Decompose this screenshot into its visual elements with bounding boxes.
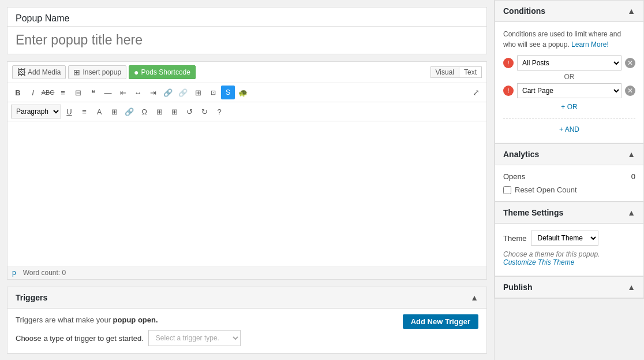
main-content-area: Popup Name 🖼 Add Media ⊞ Insert popup ● … xyxy=(0,0,494,360)
analytics-collapse-arrow: ▲ xyxy=(627,150,635,159)
popup-name-label: Popup Name xyxy=(8,8,486,26)
condition-select-1[interactable]: All Posts xyxy=(517,55,621,70)
publish-title: Publish xyxy=(503,283,533,292)
publish-panel-header[interactable]: Publish ▲ xyxy=(495,277,643,298)
justify-icon[interactable]: ≡ xyxy=(77,105,91,118)
style-icon[interactable]: S xyxy=(221,86,235,99)
condition-select-2[interactable]: Cart Page xyxy=(517,83,621,98)
redo-icon[interactable]: ↻ xyxy=(197,105,211,118)
conditions-panel-header[interactable]: Conditions ▲ xyxy=(495,1,643,22)
publish-panel: Publish ▲ xyxy=(495,276,644,299)
plus-or-button[interactable]: + OR xyxy=(503,101,635,113)
condition-remove-2[interactable]: ✕ xyxy=(625,86,635,96)
analytics-panel: Analytics ▲ Opens 0 Reset Open Count xyxy=(495,143,644,202)
condition-icon-2: ! xyxy=(503,86,514,96)
plus-and-button[interactable]: + AND xyxy=(503,123,635,136)
triggers-section-header[interactable]: Triggers ▲ xyxy=(8,287,486,309)
fullscreen-icon[interactable]: ⊡ xyxy=(206,86,220,99)
bold-icon[interactable]: B xyxy=(11,86,25,99)
theme-settings-body: Theme Default ThemeCustom Theme Choose a… xyxy=(495,224,643,276)
theme-row: Theme Default ThemeCustom Theme xyxy=(503,231,635,246)
align-right-icon[interactable]: ⇥ xyxy=(146,86,160,99)
insert-popup-button[interactable]: ⊞ Insert popup xyxy=(68,65,126,79)
editor-toolbar-row2: Paragraph Heading 1 Heading 2 Heading 3 … xyxy=(8,102,486,121)
insert-popup-icon: ⊞ xyxy=(73,68,80,77)
theme-select[interactable]: Default ThemeCustom Theme xyxy=(531,231,598,246)
text-tab[interactable]: Text xyxy=(459,67,481,77)
undo-icon[interactable]: ↺ xyxy=(182,105,196,118)
bullet-list-icon[interactable]: ≡ xyxy=(56,86,70,99)
conditions-panel-body: Conditions are used to limit where and w… xyxy=(495,22,643,143)
extra-icon[interactable]: 🐢 xyxy=(236,86,250,99)
font-color-icon[interactable]: A xyxy=(92,105,106,118)
right-sidebar: Conditions ▲ Conditions are used to limi… xyxy=(494,0,644,360)
triggers-section: Triggers ▲ Triggers are what make your p… xyxy=(7,287,487,354)
theme-settings-title: Theme Settings xyxy=(503,208,563,217)
triggers-title: Triggers xyxy=(16,293,47,302)
popup-name-section: Popup Name xyxy=(7,7,487,54)
or-label: OR xyxy=(503,73,635,81)
condition-row-1: ! All Posts ✕ xyxy=(503,55,635,70)
visual-tab[interactable]: Visual xyxy=(431,67,459,77)
special-chars-icon[interactable]: Ω xyxy=(137,105,151,118)
editor-container: 🖼 Add Media ⊞ Insert popup ● Pods Shortc… xyxy=(7,61,487,280)
conditions-description: Conditions are used to limit where and w… xyxy=(503,29,635,50)
editor-body[interactable] xyxy=(8,121,486,266)
visual-text-tabs: Visual Text xyxy=(430,66,482,78)
condition-icon-1: ! xyxy=(503,58,514,68)
expand-icon[interactable]: ⤢ xyxy=(469,86,483,99)
help-icon[interactable]: ? xyxy=(212,105,226,118)
analytics-opens-row: Opens 0 xyxy=(503,172,635,181)
condition-row-2: ! Cart Page ✕ xyxy=(503,83,635,98)
trigger-help-text: Choose a type of trigger to get started. xyxy=(16,334,144,343)
opens-label: Opens xyxy=(503,172,525,181)
customize-theme-link[interactable]: Customize This Theme xyxy=(503,258,574,266)
add-media-button[interactable]: 🖼 Add Media xyxy=(12,65,66,79)
add-new-trigger-button[interactable]: Add New Trigger xyxy=(403,314,478,329)
theme-settings-panel-header[interactable]: Theme Settings ▲ xyxy=(495,202,643,224)
theme-label: Theme xyxy=(503,234,526,243)
editor-tag-indicator: p xyxy=(12,269,16,277)
conditions-learn-more-link[interactable]: Learn More! xyxy=(571,40,609,49)
triggers-description: Triggers are what make your popup open. … xyxy=(16,316,478,324)
triggers-body: Triggers are what make your popup open. … xyxy=(8,309,486,353)
align-center-icon[interactable]: ↔ xyxy=(131,86,145,99)
conditions-panel: Conditions ▲ Conditions are used to limi… xyxy=(495,0,644,143)
analytics-title: Analytics xyxy=(503,150,539,159)
publish-collapse-arrow: ▲ xyxy=(627,283,635,292)
analytics-panel-header[interactable]: Analytics ▲ xyxy=(495,144,643,165)
pods-icon: ● xyxy=(134,68,138,77)
theme-settings-panel: Theme Settings ▲ Theme Default ThemeCust… xyxy=(495,202,644,276)
conditions-title: Conditions xyxy=(503,6,545,16)
indent-icon[interactable]: ⊞ xyxy=(152,105,166,118)
reset-open-count-checkbox[interactable] xyxy=(503,186,511,194)
media-icon: 🖼 xyxy=(17,68,25,77)
paragraph-format-select[interactable]: Paragraph Heading 1 Heading 2 Heading 3 xyxy=(11,105,61,118)
condition-remove-1[interactable]: ✕ xyxy=(625,58,635,68)
strikethrough-icon[interactable]: ABC xyxy=(41,86,55,99)
editor-toolbar-row1: B I ABC ≡ ⊟ ❝ — ⇤ ↔ ⇥ 🔗 🔗 ⊞ ⊡ S 🐢 ⤢ xyxy=(8,83,486,102)
trigger-type-select[interactable]: Select a trigger type. xyxy=(148,330,241,346)
reset-open-count-row: Reset Open Count xyxy=(503,185,635,194)
insert-table-icon[interactable]: ⊞ xyxy=(191,86,205,99)
word-count-label: Word count: 0 xyxy=(23,269,66,277)
horizontal-rule-icon[interactable]: — xyxy=(101,86,115,99)
triggers-type-row: Choose a type of trigger to get started.… xyxy=(16,330,478,346)
blockquote-icon[interactable]: ❝ xyxy=(86,86,100,99)
conditions-collapse-arrow: ▲ xyxy=(627,6,635,16)
align-left-icon[interactable]: ⇤ xyxy=(116,86,130,99)
editor-toolbar-top: 🖼 Add Media ⊞ Insert popup ● Pods Shortc… xyxy=(8,62,486,83)
insert-link2-icon[interactable]: 🔗 xyxy=(122,105,136,118)
pods-shortcode-button[interactable]: ● Pods Shortcode xyxy=(129,65,196,79)
italic-icon[interactable]: I xyxy=(26,86,40,99)
analytics-panel-body: Opens 0 Reset Open Count xyxy=(495,165,643,201)
numbered-list-icon[interactable]: ⊟ xyxy=(71,86,85,99)
link-icon[interactable]: 🔗 xyxy=(161,86,175,99)
outdent-icon[interactable]: ⊞ xyxy=(167,105,181,118)
underline-icon[interactable]: U xyxy=(62,105,76,118)
paste-icon[interactable]: ⊞ xyxy=(107,105,121,118)
reset-open-count-label: Reset Open Count xyxy=(515,185,577,194)
popup-title-input[interactable] xyxy=(8,26,486,54)
theme-settings-collapse-arrow: ▲ xyxy=(627,208,635,217)
unlink-icon[interactable]: 🔗 xyxy=(176,86,190,99)
